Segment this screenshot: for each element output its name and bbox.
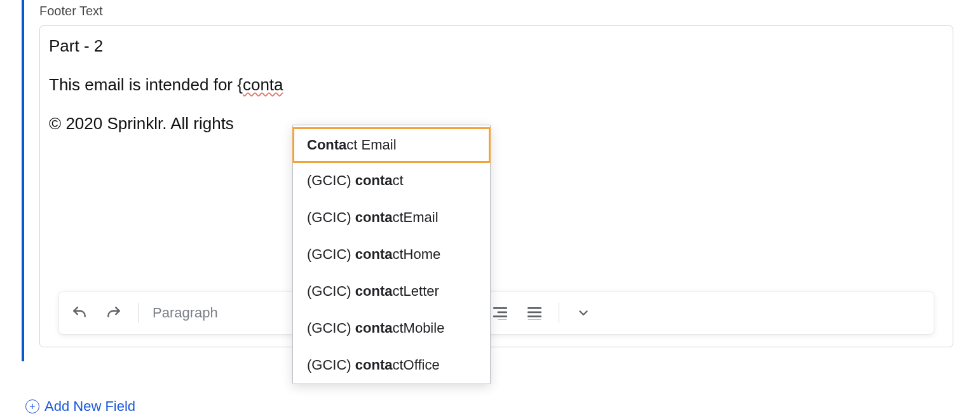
editor-toolbar: Paragraph: [59, 292, 934, 334]
editor-line-1[interactable]: Part - 2: [49, 35, 944, 57]
autocomplete-item[interactable]: (GCIC) contact: [293, 162, 490, 199]
editor-content[interactable]: Part - 2 This email is intended for {con…: [49, 35, 944, 151]
chevron-down-icon: [576, 306, 590, 320]
toolbar-separator: [559, 303, 559, 323]
editor-line-2-plain: This email is intended for {: [49, 75, 243, 94]
undo-icon: [71, 305, 88, 321]
align-right-icon: [492, 306, 508, 320]
align-justify-icon: [526, 306, 543, 320]
toolbar-separator: [138, 303, 139, 323]
undo-button[interactable]: [68, 302, 91, 324]
footer-text-editor[interactable]: Part - 2 This email is intended for {con…: [39, 25, 953, 347]
editor-line-2[interactable]: This email is intended for {conta: [49, 74, 944, 96]
block-style-dropdown[interactable]: Paragraph: [151, 305, 222, 321]
autocomplete-popup: Contact Email(GCIC) contact(GCIC) contac…: [292, 125, 491, 384]
add-new-field-label: Add New Field: [44, 398, 135, 415]
redo-button[interactable]: [102, 302, 125, 324]
plus-circle-icon: +: [25, 399, 39, 413]
section-accent-rule: [22, 0, 24, 361]
autocomplete-item[interactable]: Contact Email: [293, 128, 490, 162]
editor-token-being-typed: conta: [243, 75, 283, 94]
align-right-button[interactable]: [489, 302, 512, 324]
more-formatting-button[interactable]: [572, 302, 595, 324]
align-justify-button[interactable]: [523, 302, 546, 324]
autocomplete-item[interactable]: (GCIC) contactHome: [293, 236, 490, 273]
autocomplete-item[interactable]: (GCIC) contactOffice: [293, 347, 490, 384]
editor-line-3[interactable]: © 2020 Sprinklr. All rights: [49, 113, 944, 135]
add-new-field-link[interactable]: + Add New Field: [25, 398, 135, 415]
autocomplete-item[interactable]: (GCIC) contactMobile: [293, 310, 490, 347]
redo-icon: [105, 305, 122, 321]
autocomplete-item[interactable]: (GCIC) contactLetter: [293, 273, 490, 310]
autocomplete-item[interactable]: (GCIC) contactEmail: [293, 199, 490, 236]
section-label: Footer Text: [39, 4, 103, 18]
